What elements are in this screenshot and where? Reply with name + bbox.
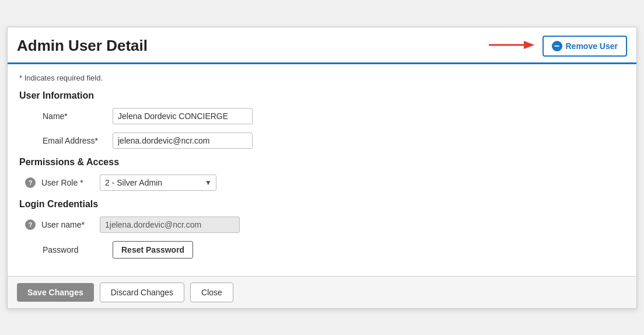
password-label: Password (43, 245, 113, 254)
page-title: Admin User Detail (17, 37, 148, 55)
permissions-section-title: Permissions & Access (19, 157, 625, 168)
reset-password-button[interactable]: Reset Password (113, 241, 193, 259)
page-header: Admin User Detail − Remove User (8, 27, 636, 64)
login-credentials-section: Login Credentials ? User name* Password … (19, 199, 625, 259)
email-field-group: Email Address* (43, 132, 625, 149)
login-credentials-title: Login Credentials (19, 199, 625, 210)
svg-marker-1 (524, 41, 534, 49)
username-input (100, 217, 240, 233)
user-information-section-title: User Information (19, 90, 625, 101)
username-field-group: ? User name* (25, 217, 625, 233)
name-field-group: Name* (43, 108, 625, 124)
footer: Save Changes Discard Changes Close (8, 276, 636, 308)
user-role-help-icon[interactable]: ? (25, 177, 36, 188)
required-note: * Indicates required field. (19, 74, 625, 82)
user-role-label: User Role * (41, 178, 100, 187)
username-label: User name* (41, 220, 100, 229)
discard-changes-button[interactable]: Discard Changes (100, 282, 184, 302)
permissions-section: Permissions & Access ? User Role * 2 - S… (19, 157, 625, 191)
minus-icon: − (552, 41, 562, 51)
password-field-group: Password Reset Password (43, 241, 625, 259)
close-button[interactable]: Close (190, 282, 233, 302)
save-changes-button[interactable]: Save Changes (17, 283, 94, 302)
arrow-right-icon (489, 37, 536, 55)
form-content: * Indicates required field. User Informa… (8, 64, 636, 276)
user-role-select-wrapper: 2 - Silver Admin 1 - Gold Admin 3 - Bron… (100, 175, 216, 191)
user-role-group: ? User Role * 2 - Silver Admin 1 - Gold … (25, 175, 625, 191)
remove-user-button[interactable]: − Remove User (542, 36, 628, 57)
admin-user-detail-window: Admin User Detail − Remove User * Indica… (7, 27, 637, 309)
email-label: Email Address* (43, 136, 113, 145)
email-input[interactable] (113, 132, 253, 149)
username-help-icon[interactable]: ? (25, 219, 36, 230)
name-input[interactable] (113, 108, 253, 124)
user-role-select[interactable]: 2 - Silver Admin 1 - Gold Admin 3 - Bron… (100, 175, 216, 191)
name-label: Name* (43, 111, 113, 121)
header-actions: − Remove User (489, 36, 628, 57)
remove-user-label: Remove User (566, 41, 618, 51)
